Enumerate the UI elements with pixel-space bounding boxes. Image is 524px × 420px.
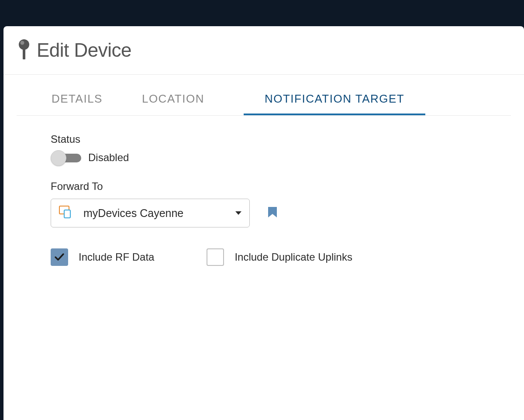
status-value: Disabled [88,151,129,164]
forward-to-value: myDevices Cayenne [83,207,235,220]
svg-rect-5 [66,210,68,210]
include-rf-label: Include RF Data [79,251,154,263]
status-toggle-row: Disabled [51,151,524,164]
checkbox-unchecked-icon [207,248,224,266]
forward-to-label: Forward To [51,180,524,193]
include-dup-label: Include Duplicate Uplinks [234,251,352,263]
include-rf-checkbox[interactable]: Include RF Data [51,248,154,266]
chevron-down-icon [235,211,241,215]
cayenne-icon [59,206,74,220]
tab-notification-target[interactable]: NOTIFICATION TARGET [244,75,425,115]
svg-point-1 [21,41,24,45]
svg-rect-2 [23,48,25,59]
tab-bar: DETAILS LOCATION NOTIFICATION TARGET [17,75,511,116]
panel-header: Edit Device [3,26,524,75]
checkbox-row: Include RF Data Include Duplicate Uplink… [51,248,524,266]
include-dup-checkbox[interactable]: Include Duplicate Uplinks [207,248,352,266]
tab-details[interactable]: DETAILS [52,75,103,115]
form-area: Status Disabled Forward To myDevices Cay… [3,116,524,266]
tab-location[interactable]: LOCATION [142,75,204,115]
bookmark-icon[interactable] [267,206,278,220]
checkbox-checked-icon [51,248,68,266]
forward-to-row: myDevices Cayenne [51,199,524,227]
pin-icon [16,39,32,61]
edit-device-panel: Edit Device DETAILS LOCATION NOTIFICATIO… [3,26,524,420]
status-label: Status [51,133,524,145]
page-title: Edit Device [37,39,131,61]
status-toggle[interactable] [51,152,81,163]
forward-to-select[interactable]: myDevices Cayenne [51,199,250,227]
svg-rect-4 [64,210,70,218]
